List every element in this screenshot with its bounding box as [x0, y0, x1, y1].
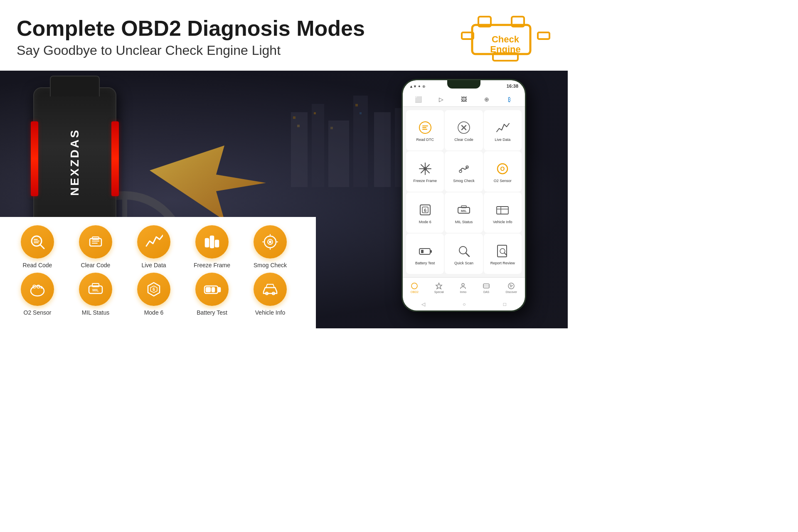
svg-text:Check: Check [492, 34, 520, 44]
svg-rect-12 [374, 112, 391, 187]
feature-read-code: Read Code [12, 225, 62, 268]
battery-test-icon [203, 280, 221, 298]
mil-status-icon: MIL [456, 202, 472, 218]
nav-inmo[interactable]: Inmo [459, 282, 467, 293]
feature-mode6: 6 Mode 6 [129, 273, 179, 316]
battery-test-label: Battery Test [415, 261, 435, 265]
phone-screen: ▲▼ ✦ ⊕ 16:38 ⬜ ▷ 🖼 ⊕ ₿ [403, 80, 525, 310]
grid-item-report-review[interactable]: Report Review [484, 234, 522, 274]
svg-rect-66 [215, 240, 219, 247]
vehicle-info-label: Vehicle Info [493, 220, 512, 224]
live-data-label: Live Data [141, 262, 166, 268]
svg-rect-65 [210, 236, 214, 248]
smog-check-icon [456, 160, 472, 177]
arrow-container [150, 145, 266, 222]
read-code-circle [21, 225, 54, 259]
svg-rect-17 [330, 127, 333, 129]
svg-rect-81 [218, 288, 220, 292]
engine-icon-container: Check Engine [460, 8, 551, 66]
battery-test-circle [195, 273, 229, 306]
grid-item-clear-code[interactable]: Clear Code [445, 110, 483, 150]
o2-sensor-circle: CO₂ [21, 273, 54, 306]
live-data-label: Live Data [495, 138, 510, 142]
nav-discover-label: Discover [506, 291, 517, 293]
smog-check-label: Smog Check [453, 179, 475, 183]
read-dtc-icon [417, 119, 433, 136]
report-review-label: Report Review [490, 261, 515, 265]
live-data-icon [494, 119, 511, 136]
grid-item-mil-status[interactable]: MIL MIL Status [445, 192, 483, 233]
grid-item-vehicle-info[interactable]: Vehicle Info [484, 192, 522, 233]
nav-das[interactable]: DAS [483, 282, 490, 293]
svg-text:Engine: Engine [490, 44, 520, 54]
svg-rect-15 [297, 125, 300, 127]
svg-rect-8 [291, 112, 308, 187]
device-connector-top [50, 76, 100, 96]
grid-item-live-data[interactable]: Live Data [484, 110, 522, 150]
freeze-frame-label: Freeze Frame [413, 179, 437, 183]
svg-line-46 [466, 253, 469, 256]
nav-obd2-label: OBD2 [411, 291, 419, 293]
nav-special[interactable]: Special [434, 282, 444, 293]
nav-discover[interactable]: Discover [506, 282, 517, 293]
read-code-icon [28, 233, 47, 251]
svg-rect-14 [293, 116, 296, 119]
back-button[interactable]: ◁ [421, 301, 425, 307]
feature-row-1: Read Code Clear Code [12, 225, 303, 268]
device-accent-left [31, 121, 38, 196]
mode6-circle: 6 [137, 273, 170, 306]
feature-smog-check: Smog Check [245, 225, 295, 268]
svg-point-51 [462, 283, 464, 286]
grid-item-battery-test[interactable]: Battery Test [406, 234, 444, 274]
clear-code-circle [79, 225, 112, 259]
recent-button[interactable]: □ [503, 301, 506, 307]
svg-point-28 [424, 167, 427, 170]
signal-icons: ▲▼ ✦ ⊕ [409, 84, 426, 89]
quick-scan-icon [456, 243, 472, 259]
live-data-icon [145, 233, 163, 251]
svg-rect-43 [430, 250, 432, 253]
nav-inmo-label: Inmo [460, 291, 467, 293]
direction-arrow [150, 145, 266, 220]
smog-check-circle [254, 225, 287, 259]
freeze-frame-icon [203, 233, 221, 251]
svg-rect-9 [312, 104, 324, 187]
grid-item-read-dtc[interactable]: Read DTC [406, 110, 444, 150]
svg-text:6: 6 [424, 208, 426, 213]
toolbar-icon-4: ⊕ [483, 95, 491, 103]
vehicle-info-icon [261, 280, 279, 298]
read-code-label: Read Code [23, 262, 52, 268]
grid-item-mode6[interactable]: 6 Mode 6 [406, 192, 444, 233]
feature-clear-code: Clear Code [71, 225, 121, 268]
feature-vehicle-info: Vehicle Info [245, 273, 295, 316]
svg-rect-10 [328, 121, 349, 187]
nav-obd2[interactable]: OBD2 [411, 282, 419, 293]
svg-point-48 [500, 249, 505, 254]
toolbar-icon-2: ▷ [437, 95, 445, 103]
live-data-circle [137, 225, 170, 259]
svg-rect-16 [314, 112, 316, 114]
mil-status-label: MIL Status [82, 309, 109, 316]
freeze-frame-circle [195, 225, 229, 259]
svg-rect-44 [421, 250, 424, 253]
o2-sensor-label: O2 Sensor [24, 309, 52, 316]
o2-sensor-icon: O [494, 160, 511, 177]
toolbar-icon-1: ⬜ [414, 95, 422, 103]
features-section: Read Code Clear Code [0, 217, 316, 328]
home-button[interactable]: ○ [463, 301, 466, 307]
device-accent-right [111, 121, 119, 196]
bluetooth-icon: ₿ [505, 95, 514, 103]
grid-item-smog-check[interactable]: Smog Check [445, 151, 483, 192]
toolbar-icon-3: 🖼 [460, 95, 468, 103]
grid-item-quick-scan[interactable]: Quick Scan [445, 234, 483, 274]
svg-text:MIL: MIL [92, 288, 99, 292]
svg-rect-19 [360, 112, 362, 114]
battery-test-label: Battery Test [197, 309, 227, 316]
vehicle-info-circle [254, 273, 287, 306]
app-grid[interactable]: Read DTC Clear Code Live D [403, 107, 525, 277]
grid-item-o2-sensor[interactable]: O O2 Sensor [484, 151, 522, 192]
mil-status-label: MIL Status [455, 220, 473, 224]
grid-item-freeze-frame[interactable]: Freeze Frame [406, 151, 444, 192]
phone-notch [447, 80, 480, 89]
smog-check-icon [261, 233, 279, 251]
